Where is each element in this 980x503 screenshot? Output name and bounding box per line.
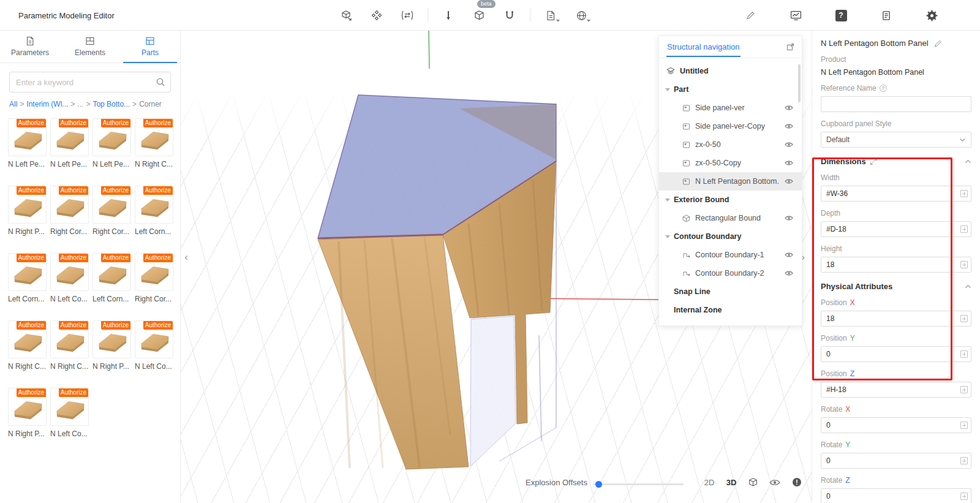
part-thumbnail: Authorize bbox=[50, 253, 89, 291]
settings-gear-icon[interactable] bbox=[921, 5, 942, 26]
rename-pencil-icon[interactable] bbox=[933, 39, 942, 48]
part-tile[interactable]: Authorize Left Corn... bbox=[135, 186, 173, 236]
eye-icon[interactable] bbox=[785, 160, 793, 166]
physical-attributes-header[interactable]: Physical Attributes bbox=[821, 282, 971, 291]
release-notes-icon[interactable] bbox=[876, 5, 897, 26]
cabinet-beta-icon[interactable]: beta bbox=[469, 5, 489, 26]
rotate-y-input[interactable] bbox=[821, 453, 971, 469]
search-input[interactable] bbox=[9, 72, 171, 93]
formula-icon[interactable] bbox=[960, 422, 968, 429]
chart-monitor-icon[interactable] bbox=[785, 5, 806, 26]
position-z-input[interactable] bbox=[821, 382, 971, 398]
eye-icon[interactable] bbox=[785, 215, 793, 221]
rotate-z-input[interactable] bbox=[821, 488, 971, 503]
formula-icon[interactable] bbox=[960, 261, 968, 268]
tab-parts[interactable]: Parts bbox=[120, 31, 180, 62]
swap-sync-icon[interactable] bbox=[397, 5, 418, 26]
magnet-tool-icon[interactable] bbox=[499, 5, 520, 26]
formula-icon[interactable] bbox=[960, 457, 968, 464]
eye-icon[interactable] bbox=[785, 105, 793, 111]
collapse-left-handle[interactable]: ‹ bbox=[181, 247, 191, 268]
part-tile[interactable]: Authorize N Right P... bbox=[8, 186, 47, 236]
tab-parameters[interactable]: Parameters bbox=[0, 31, 60, 62]
visibility-eye-icon[interactable] bbox=[767, 475, 783, 489]
part-tile[interactable]: Authorize Left Corn... bbox=[92, 253, 131, 303]
globe-share-icon[interactable] bbox=[571, 5, 592, 26]
part-tile[interactable]: Authorize Right Cor... bbox=[92, 186, 131, 236]
position-x-input[interactable] bbox=[821, 311, 971, 327]
part-tile[interactable]: Authorize N Right P... bbox=[8, 388, 47, 438]
explosion-offsets-slider[interactable] bbox=[593, 483, 684, 485]
eye-icon[interactable] bbox=[785, 178, 793, 184]
help-icon[interactable]: ? bbox=[831, 5, 851, 26]
tree-group-contour-boundary[interactable]: Contour Boundary bbox=[659, 227, 802, 246]
part-tile[interactable]: Authorize N Right C... bbox=[50, 320, 89, 371]
tree-group-exterior-bound[interactable]: Exterior Bound bbox=[659, 191, 802, 209]
part-tile[interactable]: Authorize N Left Pe... bbox=[92, 118, 131, 168]
width-input[interactable] bbox=[821, 186, 971, 202]
part-tile[interactable]: Authorize N Left Pe... bbox=[50, 118, 89, 168]
formula-icon[interactable] bbox=[960, 350, 968, 358]
tree-item[interactable]: zx-0-50 bbox=[659, 135, 802, 154]
breadcrumb-item[interactable]: Top Botto... bbox=[92, 100, 130, 108]
tree-item[interactable]: Side panel-ver bbox=[659, 99, 802, 117]
eye-icon[interactable] bbox=[785, 270, 793, 276]
part-tile[interactable]: Authorize N Right C... bbox=[135, 118, 173, 168]
breadcrumb-item[interactable]: Interim (Wl... bbox=[26, 100, 68, 108]
tree-item-selected[interactable]: N Left Pentagon Bottom... bbox=[659, 172, 802, 191]
rotate-x-field bbox=[821, 417, 971, 433]
view-2d-button[interactable]: 2D bbox=[700, 475, 718, 489]
tree-item[interactable]: Contour Boundary-1 bbox=[659, 246, 802, 264]
slider-thumb[interactable] bbox=[595, 481, 602, 488]
tree-item[interactable]: Contour Boundary-2 bbox=[659, 264, 802, 282]
scrollbar-thumb[interactable] bbox=[798, 64, 801, 102]
tab-elements[interactable]: Elements bbox=[60, 31, 120, 62]
cupboard-style-select[interactable]: Default bbox=[821, 132, 971, 148]
part-tile[interactable]: Authorize Left Corn... bbox=[8, 253, 47, 303]
tree-group-door-opening[interactable]: Door Opening bbox=[659, 319, 802, 326]
tree-root[interactable]: Untitled bbox=[659, 62, 802, 80]
rotate-x-input[interactable] bbox=[821, 417, 971, 433]
formula-icon[interactable] bbox=[960, 225, 968, 233]
part-tile[interactable]: Authorize Right Cor... bbox=[50, 186, 89, 236]
view-3d-button[interactable]: 3D bbox=[722, 475, 741, 489]
top-bar: Parametric Modeling Editor bbox=[0, 0, 980, 31]
tree-item[interactable]: Rectangular Bound bbox=[659, 209, 802, 227]
part-tile[interactable]: Authorize N Left Pe... bbox=[8, 118, 47, 168]
eye-icon[interactable] bbox=[785, 142, 793, 148]
breadcrumb-item[interactable]: All bbox=[9, 100, 17, 108]
part-tile[interactable]: Authorize N Left Co... bbox=[135, 320, 173, 371]
eye-icon[interactable] bbox=[785, 252, 793, 258]
document-export-icon[interactable] bbox=[540, 5, 561, 26]
eye-icon[interactable] bbox=[785, 123, 793, 129]
tree-group-snap-line[interactable]: Snap Line bbox=[659, 282, 802, 301]
export-model-icon[interactable] bbox=[336, 5, 356, 26]
alert-info-icon[interactable] bbox=[789, 475, 805, 489]
components-pattern-icon[interactable] bbox=[366, 5, 387, 26]
edit-pencil-icon[interactable] bbox=[740, 5, 761, 26]
depth-input[interactable] bbox=[821, 221, 971, 237]
breadcrumb-ellipsis[interactable]: ... bbox=[77, 100, 83, 108]
tree-group-internal-zone[interactable]: Internal Zone bbox=[659, 301, 802, 319]
expand-panel-icon[interactable] bbox=[786, 43, 794, 51]
formula-icon[interactable] bbox=[960, 493, 968, 500]
part-tile[interactable]: Authorize N Left Co... bbox=[50, 253, 89, 303]
tree-group-part[interactable]: Part bbox=[659, 80, 802, 99]
position-y-input[interactable] bbox=[821, 346, 971, 362]
formula-icon[interactable] bbox=[960, 315, 968, 322]
dimensions-section-header[interactable]: Dimensions bbox=[821, 157, 971, 166]
tree-item[interactable]: zx-0-50-Copy bbox=[659, 154, 802, 172]
tree-item[interactable]: Side panel-ver-Copy bbox=[659, 117, 802, 135]
formula-icon[interactable] bbox=[960, 386, 968, 393]
height-input[interactable] bbox=[821, 257, 971, 273]
part-tile[interactable]: Authorize N Right C... bbox=[8, 320, 47, 371]
part-tile[interactable]: Authorize Right Cor... bbox=[135, 253, 173, 303]
isometric-cube-icon[interactable] bbox=[745, 475, 761, 489]
part-tile[interactable]: Authorize N Right P... bbox=[92, 320, 131, 371]
part-thumbnail: Authorize bbox=[8, 253, 47, 291]
part-thumbnail: Authorize bbox=[8, 388, 47, 426]
pin-tool-icon[interactable] bbox=[438, 5, 459, 26]
reference-name-input[interactable] bbox=[821, 96, 971, 112]
part-tile[interactable]: Authorize N Left Co... bbox=[50, 388, 89, 438]
formula-icon[interactable] bbox=[960, 190, 968, 197]
